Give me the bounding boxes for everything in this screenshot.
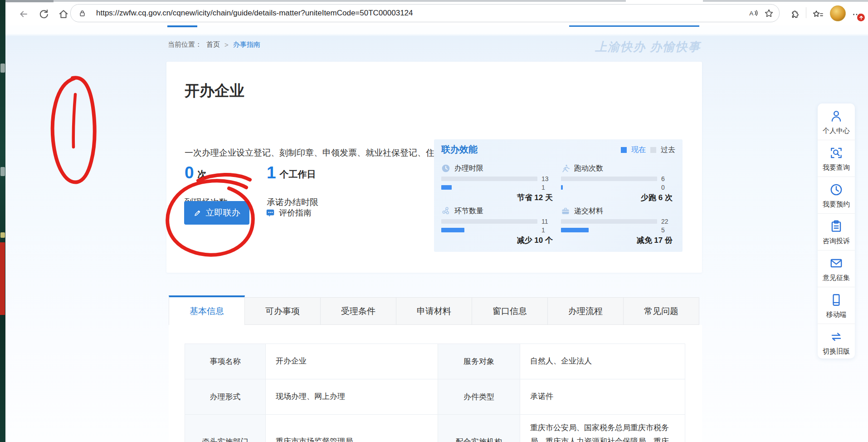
chart-summary: 少跑 6 次 — [561, 192, 673, 203]
home-icon — [58, 8, 69, 20]
tab-application-materials[interactable]: 申请材料 — [396, 297, 472, 325]
read-aloud-button[interactable]: A — [746, 5, 761, 21]
legend-now-swatch — [621, 147, 627, 153]
breadcrumb: 当前位置： 首页 > 办事指南 — [168, 40, 260, 49]
clipboard-icon — [829, 219, 844, 234]
nodes-icon — [441, 206, 450, 216]
breadcrumb-current-link[interactable]: 办事指南 — [233, 40, 260, 49]
table-label: 事项名称 — [185, 344, 266, 379]
toolbar-divider — [806, 7, 806, 18]
stat-visits-unit: 次 — [198, 168, 207, 181]
now-bar — [561, 185, 563, 190]
sidebar-item-complaints[interactable]: 咨询投诉 — [818, 213, 855, 250]
up-arrow-icon — [859, 15, 863, 20]
legend-past-label: 过去 — [661, 145, 675, 155]
clock-icon — [829, 182, 844, 197]
stat-deadline-value: 1 — [267, 165, 276, 181]
tab-faq[interactable]: 常见问题 — [623, 297, 699, 325]
browser-update-badge — [857, 14, 865, 21]
clock-icon — [441, 164, 450, 173]
chart-summary: 减少 10 个 — [441, 235, 553, 246]
refresh-button[interactable] — [36, 6, 51, 22]
now-value: 0 — [661, 184, 665, 191]
back-button[interactable] — [16, 6, 31, 22]
evaluation-guide-link[interactable]: 评价指南 — [265, 205, 312, 221]
favorite-star-button[interactable] — [761, 5, 776, 21]
stat-deadline-unit: 个工作日 — [280, 168, 316, 181]
past-bar — [561, 219, 657, 224]
chart-processing-time: 办理时限 13 1 节省 12 天 — [441, 163, 556, 205]
screenshot-root: https://zwfw.cq.gov.cn/cqnew/icity/chain… — [0, 0, 868, 442]
user-icon — [829, 108, 844, 124]
extensions-button[interactable] — [788, 8, 801, 21]
stat-visits: 0 次 — [185, 165, 207, 181]
desktop-icon-fragment — [0, 64, 5, 73]
sidebar-item-appointment[interactable]: 我要预约 — [818, 177, 855, 213]
table-value: 自然人、企业法人 — [520, 344, 685, 379]
past-bar — [561, 177, 657, 181]
sidebar-item-label: 意见征集 — [823, 274, 850, 282]
table-label: 服务对象 — [438, 344, 520, 379]
sidebar-item-personal-center[interactable]: 个人中心 — [818, 103, 855, 140]
profile-avatar[interactable] — [830, 5, 846, 21]
now-value: 5 — [661, 226, 665, 234]
matter-summary-card: 开办企业 一次办理企业设立登记、刻制印章、申领发票、就业社保登记、住房公积金登记… — [166, 62, 702, 273]
table-label: 牵头实施部门 — [185, 415, 266, 442]
home-button[interactable] — [56, 6, 71, 22]
table-label: 办件类型 — [438, 379, 520, 415]
lock-icon[interactable] — [74, 5, 90, 21]
evaluation-guide-icon — [265, 208, 275, 218]
chart-trips-count: 跑动次数 6 0 少跑 6 次 — [561, 163, 676, 205]
chart-summary: 节省 12 天 — [441, 192, 553, 203]
extensions-puzzle-icon — [789, 9, 800, 20]
sidebar-item-label: 移动端 — [826, 310, 847, 319]
efficiency-title: 联办效能 — [441, 143, 478, 156]
collections-star-icon — [812, 9, 824, 21]
chart-label: 环节数量 — [454, 206, 483, 216]
tab-process-flow[interactable]: 办理流程 — [547, 297, 624, 325]
chart-steps-count: 环节数量 11 1 减少 10 个 — [441, 206, 556, 247]
chart-summary: 减免 17 份 — [561, 235, 673, 246]
apply-now-button[interactable]: 立即联办 — [184, 201, 249, 225]
tab-available-matters[interactable]: 可办事项 — [244, 297, 321, 325]
sidebar-item-search[interactable]: 我要查询 — [818, 140, 855, 177]
url-text[interactable]: https://zwfw.cq.gov.cn/cqnew/icity/chain… — [96, 9, 746, 18]
past-bar — [441, 177, 537, 181]
breadcrumb-separator: > — [224, 41, 229, 49]
detail-tabs: 基本信息 可办事项 受理条件 申请材料 窗口信息 办理流程 常见问题 — [169, 297, 702, 325]
envelope-icon — [829, 255, 844, 271]
table-label: 办理形式 — [185, 379, 266, 415]
background-tab-edge — [5, 0, 54, 2]
pencil-icon — [194, 209, 202, 217]
tabstrip-edge — [5, 0, 868, 2]
sidebar-item-label: 我要查询 — [823, 163, 850, 172]
collections-button[interactable] — [811, 8, 824, 21]
back-icon — [18, 8, 29, 20]
sidebar-item-switch-old-version[interactable]: 切换旧版 — [818, 324, 855, 360]
search-scan-icon — [829, 145, 844, 161]
sidebar-item-label: 切换旧版 — [823, 347, 850, 356]
browser-toolbar: https://zwfw.cq.gov.cn/cqnew/icity/chain… — [5, 0, 868, 26]
desktop-icon-fragment — [0, 167, 5, 176]
page-viewport: 当前位置： 首页 > 办事指南 上渝快办 办愉快事 开办企业 一次办理企业设立登… — [5, 25, 868, 442]
efficiency-legend: 现在 过去 — [621, 145, 675, 155]
desktop-icon-fragment — [0, 232, 5, 238]
site-watermark: 上渝快办 办愉快事 — [595, 39, 713, 55]
table-label: 配合实施机构 — [438, 415, 520, 442]
tab-window-info[interactable]: 窗口信息 — [472, 297, 548, 325]
svg-text:A: A — [749, 10, 754, 17]
sidebar-item-mobile[interactable]: 移动端 — [818, 287, 855, 324]
tab-basic-info[interactable]: 基本信息 — [169, 295, 245, 325]
now-value: 1 — [541, 184, 545, 191]
past-value: 6 — [661, 175, 665, 182]
basic-info-table: 事项名称 开办企业 服务对象 自然人、企业法人 办理形式 现场办理、网上办理 办… — [185, 344, 685, 442]
refresh-icon — [38, 9, 49, 20]
address-bar[interactable]: https://zwfw.cq.gov.cn/cqnew/icity/chain… — [70, 4, 780, 22]
stat-deadline: 1 个工作日 — [267, 165, 316, 181]
breadcrumb-home-link[interactable]: 首页 — [206, 40, 220, 49]
now-value: 1 — [541, 226, 545, 234]
sidebar-item-feedback[interactable]: 意见征集 — [818, 250, 855, 287]
table-value: 重庆市公安局、国家税务总局重庆市税务局、重庆市人力资源和社会保障局、重庆市住房公… — [520, 415, 685, 442]
tab-acceptance-conditions[interactable]: 受理条件 — [320, 297, 396, 325]
legend-past-swatch — [650, 147, 656, 153]
